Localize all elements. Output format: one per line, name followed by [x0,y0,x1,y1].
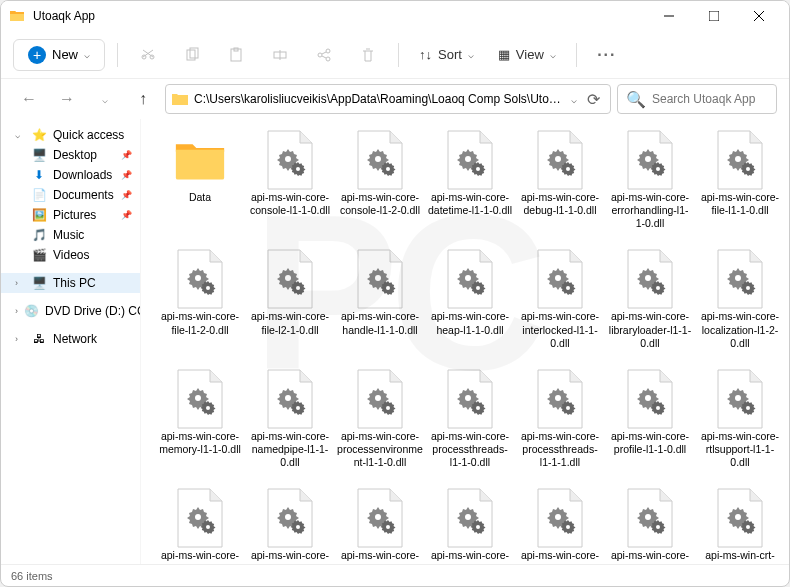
svg-rect-1 [709,11,719,21]
file-item[interactable]: api-ms-win-core-localization-l1-2-0.dll [697,248,783,349]
file-item[interactable]: api-ms-win-core-string-l1-1-0.dll [157,487,243,564]
file-item[interactable]: api-ms-win-core-sysinfo-l1-1-0.dll [427,487,513,564]
file-item[interactable]: api-ms-win-core-file-l1-1-0.dll [697,129,783,230]
file-area[interactable]: Dataapi-ms-win-core-console-l1-1-0.dllap… [141,119,789,564]
rename-button[interactable] [262,37,298,73]
forward-button[interactable]: → [51,83,83,115]
file-name-label: api-ms-win-core-string-l1-1-0.dll [157,549,243,564]
refresh-button[interactable]: ⟳ [583,90,604,109]
copy-button[interactable] [174,37,210,73]
file-name-label: api-ms-win-core-util-l1-1-0.dll [607,549,693,564]
sort-button[interactable]: ↑↓ Sort ⌵ [411,43,482,66]
sidebar-dvd-drive[interactable]: ›💿DVD Drive (D:) CCCC [1,301,140,321]
path-input[interactable]: C:\Users\karolisliucveikis\AppData\Roami… [165,84,611,114]
dll-file-icon [354,248,406,310]
search-input[interactable] [652,92,790,106]
dll-file-icon [444,248,496,310]
file-name-label: api-ms-win-crt-conio-l1-1-0.dll [697,549,783,564]
sidebar-videos[interactable]: 🎬Videos [1,245,140,265]
sidebar-downloads[interactable]: ⬇Downloads📌 [1,165,140,185]
dll-file-icon [624,129,676,191]
file-item[interactable]: api-ms-win-core-synch-l1-1-0.dll [247,487,333,564]
sidebar-quick-access[interactable]: ⌵⭐Quick access [1,125,140,145]
pin-icon: 📌 [121,190,132,200]
file-name-label: api-ms-win-core-file-l1-1-0.dll [697,191,783,217]
file-item[interactable]: api-ms-win-core-file-l1-2-0.dll [157,248,243,349]
maximize-button[interactable] [691,1,736,31]
more-button[interactable]: ··· [589,37,625,73]
sidebar-this-pc[interactable]: ›🖥️This PC [1,273,140,293]
file-item[interactable]: api-ms-win-core-processthreads-l1-1-0.dl… [427,368,513,469]
file-name-label: api-ms-win-core-file-l2-1-0.dll [247,310,333,336]
file-item[interactable]: api-ms-win-core-errorhandling-l1-1-0.dll [607,129,693,230]
new-button[interactable]: + New ⌵ [13,39,105,71]
file-item[interactable]: api-ms-win-core-profile-l1-1-0.dll [607,368,693,469]
file-item[interactable]: api-ms-win-core-processenvironment-l1-1-… [337,368,423,469]
file-name-label: api-ms-win-core-synch-l1-1-0.dll [247,549,333,564]
file-item[interactable]: api-ms-win-core-rtlsupport-l1-1-0.dll [697,368,783,469]
sidebar-documents[interactable]: 📄Documents📌 [1,185,140,205]
file-name-label: api-ms-win-core-handle-l1-1-0.dll [337,310,423,336]
sidebar-desktop[interactable]: 🖥️Desktop📌 [1,145,140,165]
dll-file-icon [354,129,406,191]
file-item[interactable]: api-ms-win-core-util-l1-1-0.dll [607,487,693,564]
up-button[interactable]: ↑ [127,83,159,115]
file-name-label: api-ms-win-core-debug-l1-1-0.dll [517,191,603,217]
folder-icon [9,8,25,24]
dll-file-icon [714,368,766,430]
file-item[interactable]: api-ms-win-core-console-l1-1-0.dll [247,129,333,230]
file-item[interactable]: api-ms-win-core-namedpipe-l1-1-0.dll [247,368,333,469]
dll-file-icon [264,487,316,549]
item-count: 66 items [11,570,53,582]
dll-file-icon [444,129,496,191]
dll-file-icon [264,129,316,191]
sort-icon: ↑↓ [419,47,432,62]
sidebar-network[interactable]: ›🖧Network [1,329,140,349]
search-box[interactable]: 🔍 [617,84,777,114]
paste-button[interactable] [218,37,254,73]
chevron-down-icon: ⌵ [468,49,474,60]
file-item[interactable]: api-ms-win-core-console-l1-2-0.dll [337,129,423,230]
file-item[interactable]: api-ms-win-core-interlocked-l1-1-0.dll [517,248,603,349]
file-item[interactable]: api-ms-win-core-timezone-l1-1-0.dll [517,487,603,564]
file-item[interactable]: api-ms-win-core-heap-l1-1-0.dll [427,248,513,349]
chevron-down-icon: ⌵ [550,49,556,60]
file-item[interactable]: api-ms-win-crt-conio-l1-1-0.dll [697,487,783,564]
delete-button[interactable] [350,37,386,73]
file-item[interactable]: api-ms-win-core-datetime-l1-1-0.dll [427,129,513,230]
file-item[interactable]: api-ms-win-core-memory-l1-1-0.dll [157,368,243,469]
dll-file-icon [534,487,586,549]
status-bar: 66 items [1,564,789,586]
file-item[interactable]: api-ms-win-core-synch-l1-2-0.dll [337,487,423,564]
dll-file-icon [534,248,586,310]
dll-file-icon [354,487,406,549]
share-button[interactable] [306,37,342,73]
file-item[interactable]: api-ms-win-core-processthreads-l1-1-1.dl… [517,368,603,469]
dll-file-icon [174,368,226,430]
file-name-label: api-ms-win-core-sysinfo-l1-1-0.dll [427,549,513,564]
file-name-label: api-ms-win-core-localization-l1-2-0.dll [697,310,783,349]
sidebar-music[interactable]: 🎵Music [1,225,140,245]
file-name-label: api-ms-win-core-profile-l1-1-0.dll [607,430,693,456]
divider [576,43,577,67]
chevron-down-icon[interactable]: ⌵ [571,94,577,105]
file-name-label: api-ms-win-core-memory-l1-1-0.dll [157,430,243,456]
chevron-down-icon: ⌵ [84,49,90,60]
view-button[interactable]: ▦ View ⌵ [490,43,564,66]
file-name-label: api-ms-win-core-processenvironment-l1-1-… [337,430,423,469]
file-item[interactable]: api-ms-win-core-debug-l1-1-0.dll [517,129,603,230]
sidebar-pictures[interactable]: 🖼️Pictures📌 [1,205,140,225]
chevron-down-icon[interactable]: ⌵ [89,83,121,115]
folder-item[interactable]: Data [157,129,243,230]
file-item[interactable]: api-ms-win-core-handle-l1-1-0.dll [337,248,423,349]
file-item[interactable]: api-ms-win-core-file-l2-1-0.dll [247,248,333,349]
dll-file-icon [624,487,676,549]
minimize-button[interactable] [646,1,691,31]
cut-button[interactable] [130,37,166,73]
file-name-label: Data [189,191,211,204]
dll-file-icon [264,248,316,310]
close-button[interactable] [736,1,781,31]
file-item[interactable]: api-ms-win-core-libraryloader-l1-1-0.dll [607,248,693,349]
file-name-label: api-ms-win-core-synch-l1-2-0.dll [337,549,423,564]
back-button[interactable]: ← [13,83,45,115]
